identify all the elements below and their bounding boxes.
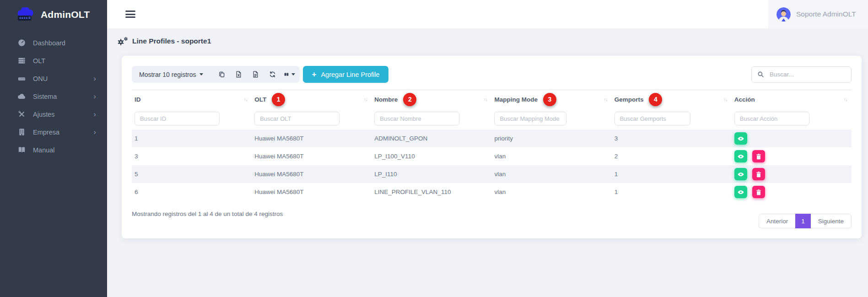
filter-accion-input[interactable] — [734, 112, 809, 125]
cell-actions — [732, 147, 852, 165]
cell-actions — [732, 165, 852, 183]
column-header-id[interactable]: ID ↑↓ — [132, 90, 252, 108]
sidebar-item-dashboard[interactable]: Dashboard — [0, 34, 107, 52]
column-header-mapping-mode[interactable]: Mapping Mode 3 ↑↓ — [491, 90, 611, 108]
sort-icon: ↑↓ — [604, 97, 607, 102]
plus-icon: + — [312, 70, 316, 78]
chevron-right-icon: › — [93, 92, 96, 100]
server-icon — [17, 56, 26, 65]
view-button[interactable] — [734, 150, 747, 162]
user-name: Soporte AdminOLT — [796, 10, 856, 18]
cell-nombre: LP_I110 — [372, 165, 491, 183]
topbar: Soporte AdminOLT — [107, 0, 868, 28]
sidebar-item-ajustes[interactable]: Ajustes › — [0, 105, 107, 123]
copy-icon — [218, 70, 226, 78]
sidebar-item-sistema[interactable]: Sistema › — [0, 87, 107, 105]
annotation-badge-4: 4 — [649, 93, 662, 106]
column-visibility-button[interactable] — [281, 66, 298, 83]
table-header-row: ID ↑↓ OLT 1 ↑↓ Nombre 2 ↑↓ Mapping Mode — [132, 90, 852, 108]
search-icon — [757, 71, 764, 78]
brand-logo[interactable]: AdminOLT — [0, 0, 107, 29]
export-excel-button[interactable] — [230, 66, 247, 83]
sidebar-item-label: ONU — [33, 75, 48, 82]
sort-icon: ↑↓ — [364, 97, 367, 102]
columns-icon — [284, 70, 289, 78]
hamburger-menu-button[interactable] — [125, 9, 135, 20]
eye-icon — [737, 135, 744, 142]
caret-down-icon — [199, 73, 203, 76]
cell-mapping-mode: priority — [491, 130, 611, 147]
add-line-profile-button[interactable]: + Agregar Line Profile — [303, 66, 388, 83]
sidebar-item-empresa[interactable]: Empresa › — [0, 123, 107, 141]
delete-button[interactable] — [752, 150, 765, 162]
view-button[interactable] — [734, 168, 747, 180]
sidebar-item-onu[interactable]: ONU › — [0, 70, 107, 87]
annotation-badge-2: 2 — [403, 93, 416, 106]
cell-id: 3 — [132, 147, 252, 165]
cell-mapping-mode: vlan — [491, 147, 611, 165]
column-header-nombre[interactable]: Nombre 2 ↑↓ — [372, 90, 491, 108]
content-area: Line Profiles - soporte1 Mostrar 10 regi… — [107, 28, 868, 297]
building-icon — [17, 128, 26, 136]
cell-actions — [732, 130, 852, 147]
device-icon — [17, 74, 26, 83]
add-button-label: Agregar Line Profile — [321, 71, 379, 78]
filter-id-input[interactable] — [135, 112, 220, 125]
prev-page-button[interactable]: Anterior — [759, 214, 795, 228]
view-button[interactable] — [734, 186, 747, 198]
sidebar-item-label: Manual — [33, 146, 55, 154]
user-menu[interactable]: Soporte AdminOLT — [768, 0, 868, 28]
delete-button[interactable] — [752, 168, 765, 180]
cell-gemports: 1 — [612, 165, 732, 183]
avatar — [776, 7, 791, 22]
book-icon — [17, 146, 26, 154]
column-header-accion[interactable]: Acción ↑↓ — [732, 90, 852, 108]
filter-gemports-input[interactable] — [615, 112, 690, 125]
table-toolbar: Mostrar 10 registros — [132, 66, 852, 83]
brand-name: AdminOLT — [41, 9, 90, 20]
sidebar-item-olt[interactable]: OLT — [0, 52, 107, 70]
sidebar-item-manual[interactable]: Manual — [0, 141, 107, 159]
column-label: Acción — [734, 96, 755, 103]
refresh-icon — [269, 70, 276, 78]
column-label: ID — [135, 96, 141, 103]
current-page-button[interactable]: 1 — [795, 214, 811, 228]
sort-icon: ↑↓ — [844, 97, 847, 102]
page-title-text: Line Profiles - soporte1 — [132, 37, 211, 45]
sidebar-item-label: Sistema — [33, 93, 57, 100]
sort-icon: ↑↓ — [244, 97, 248, 102]
eye-icon — [737, 189, 744, 196]
export-file-button[interactable] — [247, 66, 264, 83]
length-menu-dropdown[interactable]: Mostrar 10 registros — [139, 71, 203, 78]
chevron-right-icon: › — [93, 110, 96, 118]
column-label: OLT — [254, 96, 266, 103]
tools-icon — [17, 110, 26, 119]
column-header-gemports[interactable]: Gemports 4 ↑↓ — [612, 90, 732, 108]
cell-olt: Huawei MA5680T — [252, 147, 372, 165]
column-header-olt[interactable]: OLT 1 ↑↓ — [252, 90, 372, 108]
cloud-router-logo-icon — [16, 7, 37, 22]
cell-gemports: 2 — [612, 147, 732, 165]
column-label: Gemports — [615, 96, 644, 103]
refresh-button[interactable] — [264, 66, 281, 83]
sidebar-nav: Dashboard OLT ONU › — [0, 29, 107, 159]
next-page-button[interactable]: Siguiente — [811, 214, 852, 228]
line-profiles-card: Mostrar 10 registros — [122, 56, 862, 238]
table-row: 1 Huawei MA5680T ADMINOLT_GPON priority … — [132, 130, 852, 147]
table-filter-row — [132, 108, 852, 130]
filter-olt-input[interactable] — [254, 112, 340, 125]
annotation-badge-1: 1 — [272, 93, 285, 106]
trash-icon — [755, 171, 762, 178]
sidebar-item-label: OLT — [33, 57, 45, 65]
view-button[interactable] — [734, 132, 747, 145]
table-search-input[interactable] — [769, 70, 846, 78]
delete-button[interactable] — [752, 186, 765, 198]
table-row: 3 Huawei MA5680T LP_I100_V110 vlan 2 — [132, 147, 852, 165]
eye-icon — [737, 153, 744, 160]
copy-button[interactable] — [213, 66, 230, 83]
filter-nombre-input[interactable] — [374, 112, 459, 125]
gauge-icon — [17, 38, 26, 47]
sidebar-item-label: Empresa — [33, 129, 59, 136]
table-search — [751, 66, 852, 83]
filter-mapping-mode-input[interactable] — [494, 112, 566, 125]
